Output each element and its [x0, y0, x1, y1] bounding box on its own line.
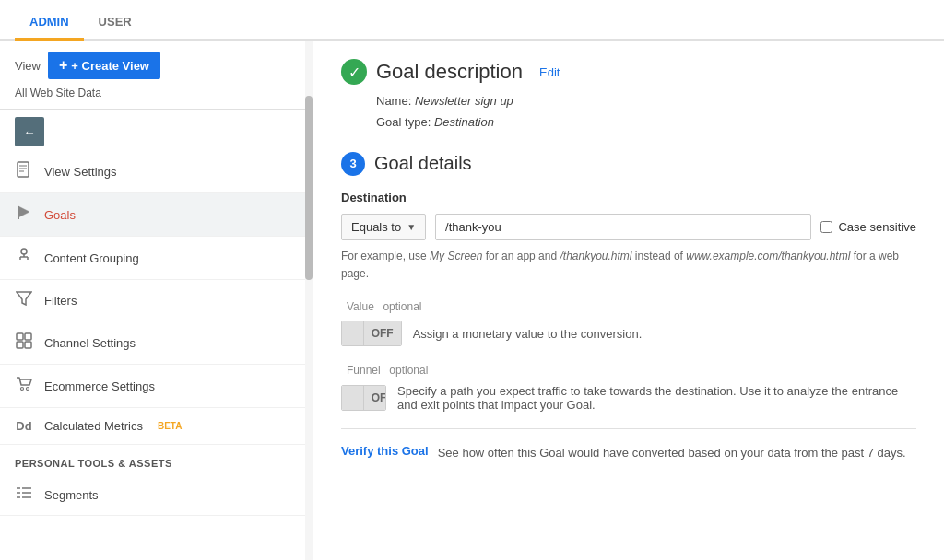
svg-point-6 [21, 249, 27, 254]
value-optional: optional [383, 300, 421, 313]
destination-input[interactable] [435, 214, 811, 240]
value-toggle-row: OFF Assign a monetary value to the conve… [341, 321, 916, 346]
create-view-button[interactable]: + + Create View [48, 52, 160, 79]
svg-marker-11 [17, 292, 31, 305]
sidebar-item-goals[interactable]: Goals [0, 193, 313, 237]
check-icon: ✓ [341, 59, 367, 85]
value-toggle-off-label: OFF [364, 321, 401, 345]
create-view-label: + Create View [71, 59, 149, 73]
funnel-label: Funnel optional [341, 363, 916, 377]
scrollbar-track [305, 41, 313, 560]
verify-row: Verify this Goal See how often this Goal… [341, 444, 916, 462]
content-grouping-label: Content Grouping [44, 251, 139, 265]
sidebar-item-content-grouping[interactable]: Content Grouping [0, 237, 313, 280]
view-row: View + + Create View [0, 41, 313, 87]
sidebar: View + + Create View All Web Site Data ← [0, 41, 313, 560]
goal-description-title: Goal description [376, 60, 523, 84]
svg-point-17 [27, 388, 30, 391]
view-settings-icon [15, 161, 33, 181]
value-toggle-button[interactable]: OFF [341, 321, 402, 346]
sidebar-item-calculated-metrics[interactable]: Dd Calculated Metrics BETA [0, 408, 313, 445]
goal-details-header: 3 Goal details [341, 152, 916, 176]
sidebar-item-channel-settings[interactable]: Channel Settings [0, 321, 313, 365]
goal-meta: Name: Newsletter sign up Goal type: Dest… [376, 90, 916, 134]
ecommerce-settings-label: Ecommerce Settings [44, 379, 155, 393]
back-arrow-icon: ← [23, 125, 35, 139]
calculated-metrics-icon: Dd [15, 419, 33, 433]
funnel-toggle-off-label: OFF [364, 386, 386, 410]
sidebar-item-ecommerce-settings[interactable]: Ecommerce Settings [0, 365, 313, 408]
top-nav: ADMIN USER [0, 0, 944, 41]
case-sensitive-checkbox[interactable] [820, 221, 832, 233]
edit-link[interactable]: Edit [539, 65, 560, 79]
main-layout: View + + Create View All Web Site Data ← [0, 41, 944, 560]
destination-row: Equals to ▼ Case sensitive [341, 214, 916, 240]
funnel-optional: optional [389, 364, 428, 377]
verify-description: See how often this Goal would have conve… [438, 444, 906, 462]
destination-hint: For example, use My Screen for an app an… [341, 248, 916, 283]
back-btn-row: ← [0, 110, 313, 146]
personal-tools-label: PERSONAL TOOLS & ASSETS [0, 445, 313, 474]
filters-icon [15, 291, 33, 309]
goal-name-value: Newsletter sign up [415, 94, 513, 108]
goal-type-value: Destination [434, 115, 494, 129]
sidebar-item-segments[interactable]: Segments [0, 474, 313, 516]
goals-label: Goals [44, 208, 76, 222]
value-section: Value optional OFF Assign a monetary val… [341, 299, 916, 346]
verify-goal-link[interactable]: Verify this Goal [341, 444, 429, 458]
sidebar-nav: View Settings Goals [0, 150, 313, 445]
goal-name-line: Name: Newsletter sign up [376, 90, 916, 111]
tab-user[interactable]: USER [84, 6, 147, 41]
tab-admin[interactable]: ADMIN [15, 6, 84, 41]
channel-settings-icon [15, 332, 33, 353]
goal-details-title: Goal details [374, 153, 472, 174]
funnel-toggle-left [342, 386, 364, 410]
funnel-toggle-button[interactable]: OFF [341, 385, 386, 411]
value-label: Value optional [341, 299, 916, 313]
segments-icon [15, 485, 33, 504]
svg-point-16 [21, 388, 24, 391]
view-label: View [15, 59, 41, 73]
sidebar-item-view-settings[interactable]: View Settings [0, 150, 313, 193]
view-settings-label: View Settings [44, 165, 117, 179]
svg-rect-0 [18, 162, 29, 177]
ecommerce-settings-icon [15, 376, 33, 396]
destination-label: Destination [341, 191, 916, 204]
svg-rect-15 [25, 342, 31, 348]
case-sensitive-row: Case sensitive [820, 220, 916, 234]
case-sensitive-label: Case sensitive [838, 220, 916, 234]
svg-marker-4 [18, 206, 30, 217]
funnel-toggle-description: Specify a path you expect traffic to tak… [397, 384, 916, 412]
site-label: All Web Site Data [0, 87, 313, 110]
channel-settings-label: Channel Settings [44, 336, 136, 350]
svg-rect-14 [17, 342, 23, 348]
funnel-toggle-row: OFF Specify a path you expect traffic to… [341, 384, 916, 412]
equals-to-select[interactable]: Equals to ▼ [341, 214, 426, 240]
value-toggle-description: Assign a monetary value to the conversio… [413, 327, 643, 341]
divider [341, 428, 916, 429]
content-area: ✓ Goal description Edit Name: Newsletter… [313, 41, 944, 560]
svg-rect-13 [25, 333, 31, 340]
goal-description-header: ✓ Goal description Edit [341, 59, 916, 85]
calculated-metrics-label: Calculated Metrics [44, 419, 143, 433]
goal-type-line: Goal type: Destination [376, 111, 916, 133]
equals-to-label: Equals to [351, 220, 401, 234]
value-toggle-left [342, 321, 364, 345]
segments-label: Segments [44, 488, 99, 502]
step-badge: 3 [341, 152, 365, 176]
scrollbar-thumb[interactable] [305, 96, 313, 280]
funnel-section: Funnel optional OFF Specify a path you e… [341, 363, 916, 412]
back-button[interactable]: ← [15, 117, 44, 146]
sidebar-item-filters[interactable]: Filters [0, 280, 313, 321]
calculated-metrics-badge: BETA [158, 421, 182, 431]
dropdown-caret-icon: ▼ [407, 222, 416, 232]
goals-icon [15, 204, 33, 225]
content-grouping-icon [15, 248, 33, 268]
svg-rect-12 [17, 333, 23, 340]
filters-label: Filters [44, 294, 77, 308]
